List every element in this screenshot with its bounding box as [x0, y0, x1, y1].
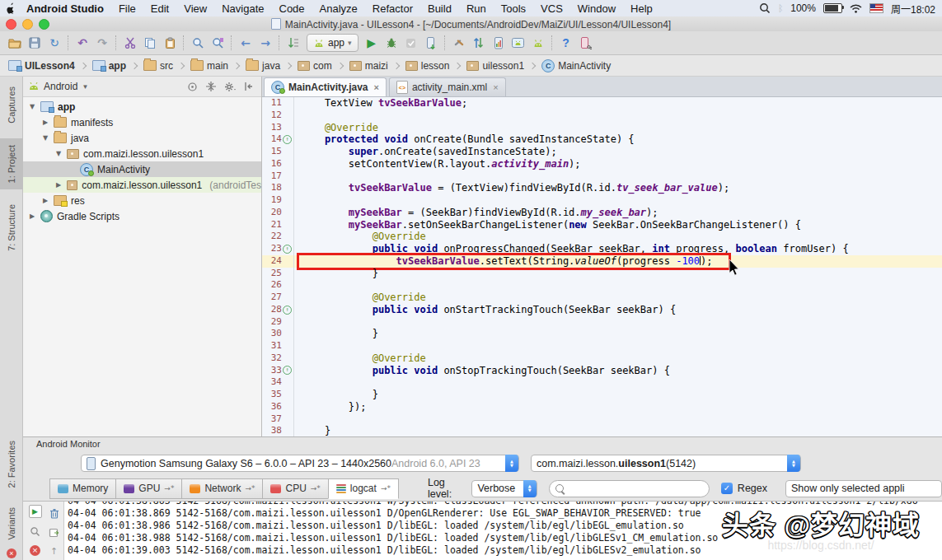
sdk-manager-icon[interactable]	[528, 34, 548, 52]
menu-item-file[interactable]: File	[111, 2, 143, 15]
wifi-icon[interactable]	[850, 4, 862, 13]
menu-item-android-studio[interactable]: Android Studio	[21, 2, 111, 15]
attach-debugger-icon[interactable]	[576, 34, 596, 52]
menu-item-refactor[interactable]: Refactor	[365, 2, 420, 15]
code-line-23[interactable]: 23↑public void onProgressChanged(SeekBar…	[262, 243, 942, 255]
monitor-tab-logcat[interactable]: logcat→*	[328, 478, 399, 499]
monitor-tab-gpu[interactable]: GPU→*	[115, 478, 182, 499]
code-line-37[interactable]: 37	[262, 413, 942, 426]
code-line-19[interactable]: 19	[262, 194, 942, 207]
tree-collapsed-arrow-icon[interactable]: ▶	[41, 119, 49, 126]
code-line-21[interactable]: 21mySeekBar.setOnSeekBarChangeListener(n…	[262, 219, 942, 231]
hide-panel-icon[interactable]	[241, 80, 256, 93]
find-in-path-icon[interactable]	[208, 34, 227, 52]
project-view-selector[interactable]: Android	[44, 81, 77, 92]
tool-window-button-1-project[interactable]: 1: Project	[0, 138, 23, 189]
monitor-tab-cpu[interactable]: CPU→*	[262, 478, 328, 499]
editor-gutter[interactable]: 18	[262, 182, 294, 194]
breadcrumb-item-lesson[interactable]: lesson	[404, 59, 452, 72]
editor-gutter[interactable]: 25	[262, 268, 294, 280]
tab-activity-main-xml[interactable]: <> activity_main.xml ×	[389, 77, 506, 96]
logcat-search-input[interactable]	[549, 480, 710, 497]
logcat-filter-dropdown[interactable]: Show only selected appli	[785, 480, 942, 497]
breadcrumb-item-maizi[interactable]: maizi	[348, 59, 390, 72]
code-line-12[interactable]: 12	[262, 110, 942, 122]
menu-item-analyze[interactable]: Analyze	[312, 2, 365, 15]
tree-expanded-arrow-icon[interactable]: ▼	[54, 150, 63, 157]
sync-icon[interactable]: ↻	[45, 34, 64, 52]
menu-item-run[interactable]: Run	[459, 2, 494, 15]
breadcrumb-item-com[interactable]: com	[296, 59, 334, 72]
editor-gutter[interactable]: 11	[262, 97, 294, 110]
editor-gutter[interactable]: 30	[262, 328, 294, 340]
input-language-flag-icon[interactable]	[869, 3, 883, 13]
stop-icon[interactable]: ×	[7, 548, 16, 558]
editor-gutter[interactable]: 34	[262, 376, 294, 389]
tree-item-manifests[interactable]: ▶manifests	[23, 114, 261, 130]
collapse-up-icon[interactable]: ↑	[49, 545, 60, 557]
close-tab-icon[interactable]: ×	[493, 82, 498, 92]
code-line-13[interactable]: 13@Override	[262, 122, 942, 134]
close-tab-icon[interactable]: ×	[373, 82, 378, 92]
editor-gutter[interactable]: 32	[262, 352, 294, 365]
editor-gutter[interactable]: 14↑	[262, 133, 294, 146]
paste-icon[interactable]	[160, 34, 180, 52]
undo-icon[interactable]: ↶	[73, 34, 92, 52]
editor-gutter[interactable]: 21	[262, 219, 294, 231]
settings-gear-icon[interactable]	[223, 80, 237, 93]
spotlight-search-icon[interactable]	[759, 2, 771, 14]
log-level-dropdown[interactable]: Verbose ▲▼	[471, 480, 537, 497]
tree-item-com-maizi-lesson-uilesson1[interactable]: ▼com.maizi.lesson.uilesson1	[23, 146, 261, 161]
help-icon[interactable]: ?	[556, 34, 576, 52]
tree-item-mainactivity[interactable]: CMainActivity	[23, 161, 261, 177]
tree-expanded-arrow-icon[interactable]: ▼	[41, 134, 49, 142]
tool-window-button-variants[interactable]: Variants	[0, 501, 23, 547]
find-icon[interactable]	[188, 34, 208, 52]
clear-log-trash-icon[interactable]	[49, 507, 60, 519]
editor-gutter[interactable]: 16	[262, 158, 294, 170]
code-line-24[interactable]: 24tvSeekBarValue.setText(String.valueOf(…	[262, 255, 942, 268]
menu-item-code[interactable]: Code	[272, 2, 312, 15]
menu-clock[interactable]: 周一18:02	[891, 2, 935, 16]
locate-file-icon[interactable]	[185, 80, 199, 93]
tree-item-app[interactable]: ▼app	[23, 99, 261, 114]
code-line-27[interactable]: 27@Override	[262, 292, 942, 304]
tree-item-com-maizi-lesson-uilesson1[interactable]: ▶com.maizi.lesson.uilesson1(androidTes	[23, 177, 261, 193]
battery-icon[interactable]	[823, 3, 842, 13]
code-line-30[interactable]: 30}	[262, 328, 942, 340]
menu-item-build[interactable]: Build	[420, 2, 459, 15]
code-line-22[interactable]: 22@Override	[262, 231, 942, 243]
editor-gutter[interactable]: 19	[262, 194, 294, 207]
tree-collapsed-arrow-icon[interactable]: ▶	[54, 181, 63, 189]
breadcrumb-item-app[interactable]: app	[91, 59, 128, 72]
process-selector-dropdown[interactable]: com.maizi.lesson.uilesson1 (5142) ▲▼	[531, 455, 801, 472]
tool-window-button-7-structure[interactable]: 7: Structure	[0, 198, 23, 258]
monitor-tab-memory[interactable]: Memory	[49, 478, 116, 499]
export-log-icon[interactable]	[49, 526, 60, 538]
attach-device-icon[interactable]	[421, 34, 441, 52]
collapse-all-icon[interactable]	[204, 80, 218, 93]
tool-window-button-2-favorites[interactable]: 2: Favorites	[0, 434, 23, 494]
editor-gutter[interactable]: 28↑	[262, 304, 294, 316]
editor-gutter[interactable]: 26	[262, 279, 294, 292]
breadcrumb-item-mainactivity[interactable]: CMainActivity	[540, 58, 612, 73]
code-line-32[interactable]: 32@Override	[262, 352, 942, 365]
tree-item-res[interactable]: ▶res	[23, 193, 261, 208]
code-line-14[interactable]: 14↑protected void onCreate(Bundle savedI…	[262, 133, 942, 146]
editor-gutter[interactable]: 33↑	[262, 365, 294, 377]
device-monitor-icon[interactable]	[489, 34, 508, 52]
code-line-34[interactable]: 34	[262, 376, 942, 389]
coverage-icon[interactable]	[401, 34, 421, 52]
menu-item-window[interactable]: Window	[570, 2, 623, 15]
tree-expanded-arrow-icon[interactable]: ▼	[28, 103, 36, 110]
back-icon[interactable]: ←	[236, 34, 255, 52]
sort-icon[interactable]	[284, 34, 303, 52]
device-selector-dropdown[interactable]: Genymotion Samsung Galaxy S6 – 6.0.0 – A…	[81, 455, 519, 472]
editor-gutter[interactable]: 20	[262, 207, 294, 219]
code-line-38[interactable]: 38}	[262, 425, 942, 436]
editor-gutter[interactable]: 15	[262, 146, 294, 158]
editor-gutter[interactable]: 17	[262, 170, 294, 183]
code-line-28[interactable]: 28↑public void onStartTrackingTouch(Seek…	[262, 304, 942, 316]
close-logcat-icon[interactable]: ×	[30, 544, 41, 556]
avd-manager-icon[interactable]	[508, 34, 528, 52]
